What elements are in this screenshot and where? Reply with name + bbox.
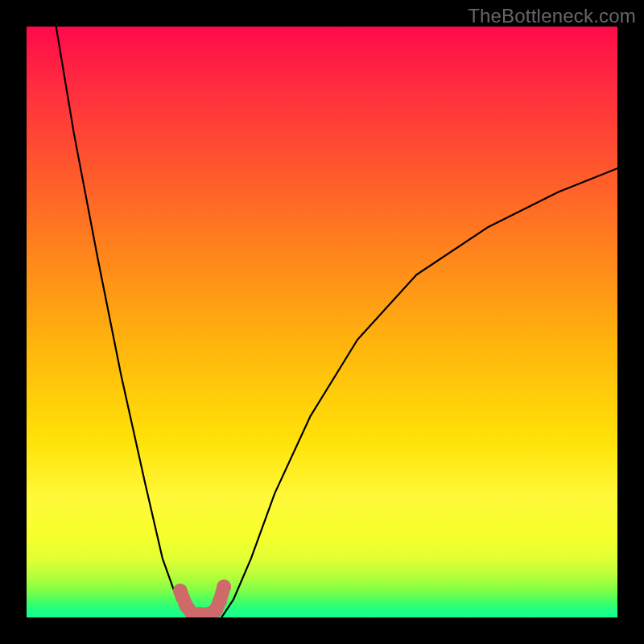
plot-area	[27, 27, 617, 617]
right-branch-path	[221, 168, 617, 617]
watermark-text: TheBottleneck.com	[468, 5, 636, 27]
curve-svg	[27, 27, 617, 617]
svg-point-0	[173, 584, 188, 598]
chart-frame: TheBottleneck.com	[0, 0, 644, 644]
left-branch-path	[56, 27, 189, 617]
svg-point-8	[213, 593, 227, 608]
svg-point-9	[217, 580, 231, 594]
trough-marker	[173, 580, 231, 617]
